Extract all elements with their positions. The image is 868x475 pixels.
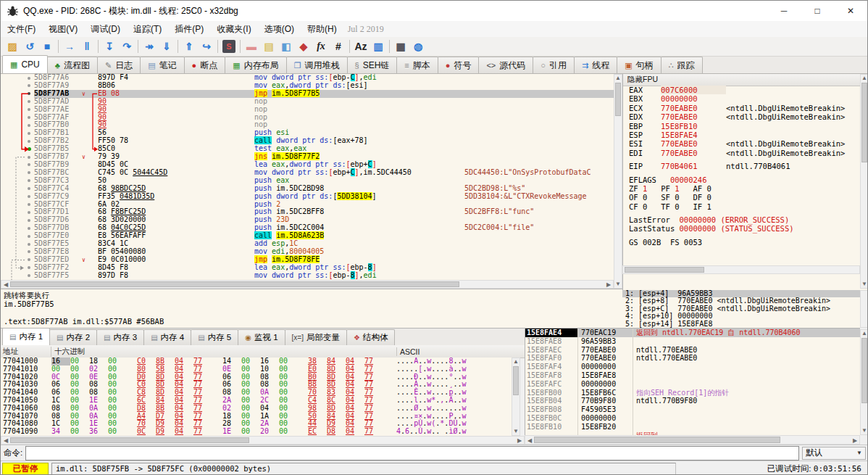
- tab-script[interactable]: ≡脚本: [396, 57, 438, 73]
- step-over-icon[interactable]: ↷: [118, 38, 135, 54]
- stack-row[interactable]: 15E8FAE896A59BB3: [525, 337, 860, 346]
- tab-dump3[interactable]: ▤内存 3: [96, 329, 144, 345]
- disasm-address[interactable]: 5D8F77AD: [34, 98, 82, 106]
- disasm-gutter[interactable]: [1, 98, 34, 106]
- tab-handles[interactable]: ▣句柄: [617, 57, 661, 73]
- tab-cpu[interactable]: ▦CPU: [2, 55, 48, 73]
- disasm-gutter[interactable]: [1, 169, 34, 177]
- disasm-gutter[interactable]: [1, 74, 34, 82]
- run-icon[interactable]: →: [61, 38, 78, 54]
- disasm-address[interactable]: 5D8F77F5: [34, 272, 82, 280]
- stack-horizontal-scrollbar[interactable]: ◀ ▶: [525, 435, 860, 445]
- register-row[interactable]: EBX00000000: [623, 94, 861, 103]
- stack-row[interactable]: 15E8FB08F45905E3: [525, 405, 860, 414]
- arguments-vertical-scrollbar[interactable]: [860, 290, 868, 328]
- stack-view[interactable]: 15E8FAE4770EAC19返回到 ntdll.770EAC19 自 ntd…: [525, 328, 860, 435]
- command-input[interactable]: [25, 446, 799, 460]
- disasm-row[interactable]: 5D8F77AE90nop: [1, 106, 614, 114]
- restart-icon[interactable]: ↺: [21, 38, 38, 54]
- disassembly-view[interactable]: 5D8F77A6897D F4mov dword ptr ss:[ebp-C],…: [1, 74, 614, 280]
- tab-threads[interactable]: ⇉线程: [574, 57, 617, 73]
- disasm-row[interactable]: 5D8F77AD90nop: [1, 98, 614, 106]
- disasm-gutter[interactable]: [1, 248, 34, 256]
- disasm-gutter[interactable]: [1, 121, 34, 129]
- patches-icon[interactable]: ▬: [243, 38, 260, 54]
- register-row[interactable]: CF 0 TF 0 IF 1: [623, 202, 861, 211]
- disasm-gutter[interactable]: [1, 82, 34, 90]
- pause-icon[interactable]: ‖: [78, 38, 96, 54]
- register-row[interactable]: EBP15E8FB10: [623, 122, 861, 131]
- registers-list[interactable]: EAX007C6000EBX00000000ECX770EABE0<ntdll.…: [623, 86, 861, 265]
- disasm-gutter[interactable]: [1, 177, 34, 185]
- register-row[interactable]: EDI770EABE0<ntdll.DbgUiRemoteBreakin>: [623, 149, 861, 157]
- disasm-gutter[interactable]: [1, 264, 34, 272]
- open-file-icon[interactable]: ▨: [4, 38, 21, 54]
- stack-row[interactable]: 15E8FB1015E8FB20: [525, 423, 860, 431]
- menu-item-file[interactable]: 文件(F): [1, 24, 42, 34]
- register-row[interactable]: LastStatus 00000000 (STATUS_SUCCESS): [623, 224, 861, 233]
- menu-item-view[interactable]: 视图(V): [42, 24, 84, 34]
- disasm-row[interactable]: 5D8F77B090nop: [1, 121, 614, 129]
- disasm-row[interactable]: 5D8F77D168 F8BFC25Dpush im.5DC2BFF85DC2B…: [1, 208, 614, 216]
- fx-icon[interactable]: fx: [312, 38, 330, 54]
- tab-log[interactable]: ✎日志: [97, 57, 141, 73]
- step-into-icon[interactable]: ↧: [101, 38, 118, 54]
- hide-fpu-button[interactable]: 隐藏FPU: [623, 74, 868, 86]
- disasm-address[interactable]: 5D8F77C9: [34, 193, 82, 201]
- close-button[interactable]: ✕: [834, 1, 867, 21]
- dump-row[interactable]: 77041090340036000CD904771E002000ECD80477…: [1, 428, 512, 436]
- memory-dump-view[interactable]: 7704100016001800C08B04771400160038840477…: [1, 358, 512, 436]
- disasm-gutter[interactable]: [1, 153, 34, 161]
- dump-vertical-scrollbar[interactable]: ▲ ▼: [512, 358, 520, 436]
- disasm-row[interactable]: 5D8F77BCC745 0C 5044C45Dmov dword ptr ss…: [1, 169, 614, 177]
- disasm-gutter[interactable]: [1, 114, 34, 122]
- command-profile-select[interactable]: 默认 ▼: [802, 447, 866, 460]
- disasm-row[interactable]: 5D8F77C9FF35 0481D35Dpush dword ptr ds:[…: [1, 193, 614, 201]
- attach-icon[interactable]: ↪: [198, 38, 215, 54]
- tab-notes[interactable]: ▤笔记: [140, 57, 184, 73]
- register-row[interactable]: EFLAGS 00000246: [623, 175, 861, 184]
- tab-dump1[interactable]: ▤内存 1: [2, 328, 50, 345]
- stack-row[interactable]: 15E8FAEC770EABE0ntdll.770EABE0: [525, 346, 860, 355]
- disasm-gutter[interactable]: [1, 208, 34, 216]
- arguments-view[interactable]: 1: [esp+4] 96A59BB32: [esp+8] 770EABE0 <…: [622, 290, 860, 328]
- disasm-row[interactable]: 5D8F77B2FF50 78call dword ptr ds:[eax+78…: [1, 137, 614, 145]
- minimize-button[interactable]: ─: [767, 1, 801, 21]
- stack-row[interactable]: 15E8FAFC00000000: [525, 380, 860, 389]
- menu-item-options[interactable]: 选项(O): [258, 24, 301, 34]
- topmost-icon[interactable]: ▥: [370, 38, 387, 54]
- menu-item-debug[interactable]: 调试(D): [84, 24, 127, 34]
- disasm-row[interactable]: 5D8F77AB∨EB 08jmp im.5D8F77B5: [1, 90, 614, 98]
- run-down-icon[interactable]: ⇓: [158, 38, 175, 54]
- labels-icon[interactable]: ◧: [277, 38, 295, 54]
- disasm-gutter[interactable]: [1, 224, 34, 232]
- register-row[interactable]: GS 002B FS 0053: [623, 238, 861, 247]
- registers-horizontal-scrollbar[interactable]: [622, 265, 860, 274]
- stack-row[interactable]: 15E8FB0C00000000: [525, 414, 860, 423]
- stop-icon[interactable]: ■: [38, 38, 56, 54]
- tab-seh[interactable]: §SEH链: [347, 57, 398, 73]
- disasm-gutter[interactable]: [1, 161, 34, 169]
- disasm-vertical-scrollbar[interactable]: ▲ ▼: [614, 74, 622, 289]
- tab-dump5[interactable]: ▤内存 5: [191, 329, 238, 345]
- menu-item-trace[interactable]: 追踪(T): [127, 24, 168, 34]
- tab-breakpoints[interactable]: ●断点: [184, 57, 226, 73]
- registers-vertical-scrollbar[interactable]: ▲ ▼: [860, 74, 868, 289]
- register-row[interactable]: ESP15E8FAE4: [623, 131, 861, 139]
- disasm-gutter[interactable]: [1, 201, 34, 209]
- tab-locals[interactable]: [x=]局部变量: [285, 329, 347, 345]
- comments-icon[interactable]: ▤: [260, 38, 277, 54]
- disasm-gutter[interactable]: [1, 90, 34, 98]
- register-row[interactable]: EIP770B4061ntdll.770B4061: [623, 162, 861, 170]
- tab-struct[interactable]: ❖结构体: [346, 329, 395, 345]
- stack-row[interactable]: 15E8FAF815E8FAE8: [525, 371, 860, 380]
- internet-icon[interactable]: ◍: [409, 38, 427, 54]
- register-row[interactable]: OF 0 SF 0 DF 0: [623, 193, 861, 202]
- maximize-button[interactable]: □: [801, 1, 834, 21]
- hash-icon[interactable]: #: [330, 38, 347, 54]
- register-row[interactable]: EAX007C6000: [623, 86, 861, 94]
- register-row[interactable]: LastError 00000000 (ERROR_SUCCESS): [623, 215, 861, 224]
- disasm-gutter[interactable]: [1, 240, 34, 248]
- disasm-gutter[interactable]: [1, 193, 34, 201]
- disasm-gutter[interactable]: [1, 129, 34, 137]
